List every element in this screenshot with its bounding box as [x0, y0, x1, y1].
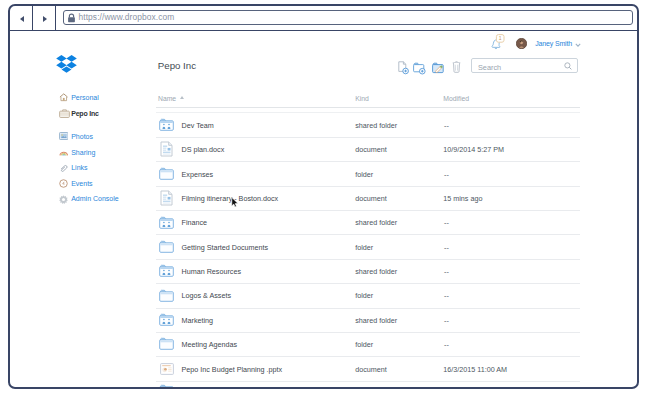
svg-text:1: 1 — [498, 35, 501, 41]
